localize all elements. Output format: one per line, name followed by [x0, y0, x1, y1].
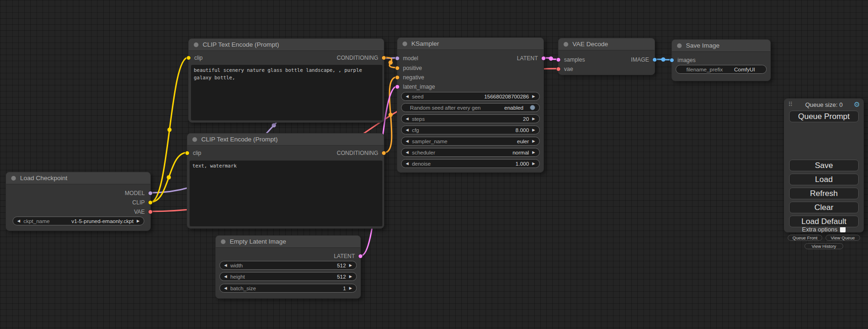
- load-default-button[interactable]: Load Default: [789, 216, 859, 227]
- node-clip-text-encode-positive[interactable]: CLIP Text Encode (Prompt) clip CONDITION…: [188, 38, 384, 123]
- latent-slot-dot[interactable]: [395, 84, 400, 89]
- input-slot-latent-image[interactable]: latent_image: [395, 84, 435, 90]
- collapse-dot-icon[interactable]: [564, 42, 568, 47]
- output-slot-conditioning[interactable]: CONDITIONING: [337, 55, 386, 61]
- increment-arrow-icon[interactable]: ▶: [532, 140, 535, 143]
- input-slot-negative[interactable]: negative: [395, 74, 424, 81]
- denoise-widget[interactable]: ◀ denoise 1.000 ▶: [401, 159, 540, 168]
- extra-options-checkbox[interactable]: [840, 227, 846, 232]
- seed-widget[interactable]: ◀ seed 156680208700286 ▶: [401, 92, 540, 101]
- steps-widget[interactable]: ◀ steps 20 ▶: [401, 114, 540, 123]
- decrement-arrow-icon[interactable]: ◀: [406, 117, 409, 121]
- cfg-widget[interactable]: ◀ cfg 8.000 ▶: [401, 126, 540, 134]
- node-load-checkpoint[interactable]: Load Checkpoint MODEL CLIP VAE ◀ ckpt_na…: [6, 172, 151, 231]
- load-button[interactable]: Load: [789, 174, 859, 185]
- input-slot-clip[interactable]: clip: [185, 150, 201, 156]
- conditioning-slot-dot[interactable]: [395, 66, 400, 70]
- save-button[interactable]: Save: [789, 160, 859, 171]
- input-slot-clip[interactable]: clip: [186, 55, 203, 61]
- node-title-bar[interactable]: CLIP Text Encode (Prompt): [187, 133, 384, 146]
- output-slot-image[interactable]: IMAGE: [631, 56, 657, 63]
- collapse-dot-icon[interactable]: [221, 239, 226, 244]
- decrement-arrow-icon[interactable]: ◀: [224, 264, 227, 267]
- increment-arrow-icon[interactable]: ▶: [532, 162, 535, 166]
- collapse-dot-icon[interactable]: [402, 42, 407, 46]
- decrement-arrow-icon[interactable]: ◀: [406, 128, 409, 132]
- random-seed-toggle[interactable]: [530, 105, 535, 110]
- decrement-arrow-icon[interactable]: ◀: [406, 151, 409, 154]
- clip-slot-dot[interactable]: [186, 56, 191, 60]
- latent-slot-dot[interactable]: [556, 57, 561, 62]
- node-save-image[interactable]: Save Image images filename_prefix ComfyU…: [671, 39, 771, 81]
- random-seed-widget[interactable]: Random seed after every gen enabled: [401, 103, 540, 112]
- collapse-dot-icon[interactable]: [194, 42, 198, 47]
- node-clip-text-encode-negative[interactable]: CLIP Text Encode (Prompt) clip CONDITION…: [187, 133, 384, 229]
- refresh-button[interactable]: Refresh: [789, 188, 859, 199]
- input-slot-images[interactable]: images: [670, 57, 696, 63]
- decrement-arrow-icon[interactable]: ◀: [17, 219, 20, 223]
- conditioning-slot-dot[interactable]: [381, 151, 386, 155]
- increment-arrow-icon[interactable]: ▶: [532, 151, 535, 154]
- output-slot-latent[interactable]: LATENT: [517, 55, 546, 62]
- output-slot-clip[interactable]: CLIP: [132, 199, 153, 206]
- queue-panel[interactable]: ⠿ Queue size: 0 ⚙ Queue Prompt Extra opt…: [784, 98, 864, 232]
- node-title-bar[interactable]: Load Checkpoint: [6, 172, 150, 184]
- collapse-dot-icon[interactable]: [677, 43, 682, 48]
- latent-slot-dot[interactable]: [541, 56, 546, 61]
- node-title-bar[interactable]: Save Image: [672, 40, 770, 52]
- view-queue-button[interactable]: View Queue: [826, 235, 860, 241]
- input-slot-samples[interactable]: samples: [556, 56, 585, 63]
- decrement-arrow-icon[interactable]: ◀: [406, 95, 409, 98]
- increment-arrow-icon[interactable]: ▶: [349, 275, 352, 279]
- decrement-arrow-icon[interactable]: ◀: [406, 162, 409, 166]
- clip-slot-dot[interactable]: [185, 151, 190, 155]
- queue-prompt-button[interactable]: Queue Prompt: [789, 111, 859, 122]
- height-widget[interactable]: ◀ height 512 ▶: [219, 272, 357, 281]
- increment-arrow-icon[interactable]: ▶: [349, 287, 352, 290]
- vae-slot-dot[interactable]: [148, 210, 153, 214]
- output-slot-latent[interactable]: LATENT: [334, 253, 363, 259]
- ckpt-name-widget[interactable]: ◀ ckpt_name v1-5-pruned-emaonly.ckpt ▶: [13, 217, 144, 225]
- vae-slot-dot[interactable]: [556, 67, 561, 71]
- node-empty-latent-image[interactable]: Empty Latent Image LATENT ◀ width 512 ▶ …: [215, 235, 361, 299]
- node-graph-canvas[interactable]: Load Checkpoint MODEL CLIP VAE ◀ ckpt_na…: [0, 0, 868, 329]
- width-widget[interactable]: ◀ width 512 ▶: [219, 261, 357, 270]
- collapse-dot-icon[interactable]: [11, 176, 16, 181]
- filename-prefix-widget[interactable]: filename_prefix ComfyUI: [676, 65, 767, 74]
- output-slot-model[interactable]: MODEL: [125, 190, 153, 196]
- scheduler-widget[interactable]: ◀ scheduler normal ▶: [401, 148, 540, 157]
- node-title-bar[interactable]: CLIP Text Encode (Prompt): [189, 39, 384, 51]
- decrement-arrow-icon[interactable]: ◀: [224, 275, 227, 279]
- input-slot-model[interactable]: model: [395, 55, 418, 62]
- prompt-textarea[interactable]: text, watermark: [190, 161, 382, 226]
- prompt-textarea[interactable]: beautiful scenery nature glass bottle la…: [191, 65, 382, 120]
- increment-arrow-icon[interactable]: ▶: [532, 117, 535, 121]
- sampler-name-widget[interactable]: ◀ sampler_name euler ▶: [401, 137, 540, 146]
- model-slot-dot[interactable]: [148, 191, 153, 196]
- node-title-bar[interactable]: KSampler: [397, 38, 543, 50]
- batch-size-widget[interactable]: ◀ batch_size 1 ▶: [219, 284, 357, 293]
- collapse-dot-icon[interactable]: [192, 137, 197, 142]
- model-slot-dot[interactable]: [395, 56, 400, 61]
- output-slot-conditioning[interactable]: CONDITIONING: [337, 150, 386, 156]
- node-vae-decode[interactable]: VAE Decode samples vae IMAGE: [558, 38, 655, 75]
- node-title-bar[interactable]: VAE Decode: [558, 38, 655, 50]
- input-slot-positive[interactable]: positive: [395, 65, 422, 71]
- image-slot-dot[interactable]: [670, 58, 674, 63]
- clip-slot-dot[interactable]: [148, 200, 153, 205]
- settings-gear-icon[interactable]: ⚙: [854, 100, 860, 109]
- decrement-arrow-icon[interactable]: ◀: [406, 140, 409, 143]
- image-slot-dot[interactable]: [652, 57, 657, 62]
- queue-front-button[interactable]: Queue Front: [788, 235, 822, 241]
- increment-arrow-icon[interactable]: ▶: [532, 128, 535, 132]
- conditioning-slot-dot[interactable]: [381, 56, 386, 60]
- conditioning-slot-dot[interactable]: [395, 75, 400, 80]
- clear-button[interactable]: Clear: [789, 202, 859, 213]
- output-slot-vae[interactable]: VAE: [134, 209, 153, 215]
- latent-slot-dot[interactable]: [358, 254, 363, 259]
- increment-arrow-icon[interactable]: ▶: [137, 219, 140, 223]
- increment-arrow-icon[interactable]: ▶: [349, 264, 352, 267]
- input-slot-vae[interactable]: vae: [556, 66, 573, 72]
- increment-arrow-icon[interactable]: ▶: [532, 95, 535, 98]
- node-title-bar[interactable]: Empty Latent Image: [216, 236, 360, 248]
